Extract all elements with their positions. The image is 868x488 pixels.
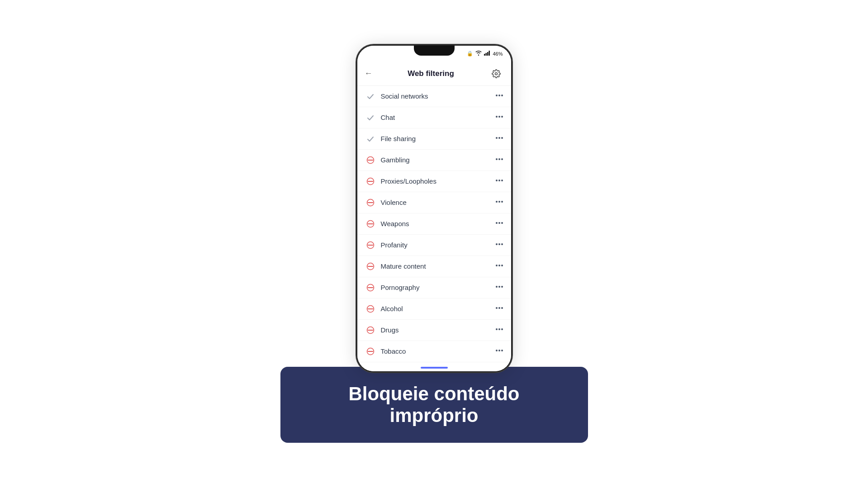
check-icon (365, 135, 376, 142)
more-dots-alcohol[interactable] (495, 304, 504, 313)
svg-point-4 (495, 72, 498, 75)
filter-item-chat[interactable]: Chat (357, 107, 511, 128)
filter-list: Social networks Chat File sharing Gambli… (357, 86, 511, 362)
filter-label-drugs: Drugs (381, 326, 495, 334)
scroll-indicator (357, 362, 511, 371)
block-icon (365, 262, 376, 270)
svg-point-12 (498, 137, 500, 139)
scroll-bar (421, 367, 448, 369)
more-dots-chat[interactable] (495, 113, 504, 122)
page-wrapper: 🔒 46% (0, 0, 868, 488)
svg-point-51 (496, 307, 498, 309)
app-header: ← Web filtering (357, 62, 511, 86)
filter-item-tobacco[interactable]: Tobacco (357, 341, 511, 362)
more-dots-drugs[interactable] (495, 326, 504, 335)
filter-item-drugs[interactable]: Drugs (357, 320, 511, 341)
filter-item-profanity[interactable]: Profanity (357, 235, 511, 256)
svg-point-17 (498, 158, 500, 160)
page-title: Web filtering (408, 69, 454, 78)
block-icon (365, 241, 376, 249)
svg-point-16 (496, 158, 498, 160)
svg-point-47 (498, 286, 500, 288)
block-icon (365, 347, 376, 355)
filter-item-mature-content[interactable]: Mature content (357, 256, 511, 277)
filter-item-gambling[interactable]: Gambling (357, 150, 511, 171)
battery-display: 46% (493, 51, 503, 57)
svg-point-11 (496, 137, 498, 139)
svg-point-61 (496, 350, 498, 351)
svg-point-26 (496, 201, 498, 203)
filter-item-weapons[interactable]: Weapons (357, 213, 511, 235)
phone-mockup: 🔒 46% (357, 46, 511, 371)
filter-label-file-sharing: File sharing (381, 135, 495, 142)
filter-item-violence[interactable]: Violence (357, 192, 511, 213)
block-icon (365, 177, 376, 185)
svg-point-52 (498, 307, 500, 309)
status-bar: 🔒 46% (357, 46, 511, 62)
svg-point-9 (498, 116, 500, 118)
more-dots-tobacco[interactable] (495, 347, 504, 356)
svg-point-48 (501, 286, 503, 288)
filter-label-weapons: Weapons (381, 220, 495, 227)
svg-point-63 (501, 350, 503, 351)
filter-item-social-networks[interactable]: Social networks (357, 86, 511, 107)
svg-point-62 (498, 350, 500, 351)
svg-point-5 (496, 95, 498, 96)
svg-point-18 (501, 158, 503, 160)
filter-label-alcohol: Alcohol (381, 305, 495, 313)
svg-point-10 (501, 116, 503, 118)
svg-point-33 (501, 222, 503, 224)
more-dots-violence[interactable] (495, 198, 504, 207)
more-dots-mature-content[interactable] (495, 262, 504, 271)
filter-label-violence: Violence (381, 199, 495, 206)
block-icon (365, 156, 376, 164)
notch (414, 46, 455, 56)
filter-item-pornography[interactable]: Pornography (357, 277, 511, 298)
svg-rect-3 (489, 51, 490, 56)
status-icons: 🔒 46% (467, 51, 503, 57)
filter-label-chat: Chat (381, 114, 495, 121)
filter-label-profanity: Profanity (381, 241, 495, 249)
svg-point-36 (496, 243, 498, 245)
filter-item-alcohol[interactable]: Alcohol (357, 298, 511, 320)
bottom-banner: Bloqueie conteúdo impróprio (280, 367, 588, 443)
svg-point-7 (501, 95, 503, 96)
svg-rect-1 (486, 53, 487, 56)
filter-item-file-sharing[interactable]: File sharing (357, 128, 511, 150)
block-icon (365, 305, 376, 313)
back-button[interactable]: ← (365, 69, 373, 78)
svg-point-28 (501, 201, 503, 203)
more-dots-proxies-loopholes[interactable] (495, 177, 504, 186)
more-dots-weapons[interactable] (495, 219, 504, 228)
svg-point-21 (496, 180, 498, 181)
svg-point-8 (496, 116, 498, 118)
more-dots-gambling[interactable] (495, 156, 504, 165)
check-icon (365, 114, 376, 121)
filter-label-proxies-loopholes: Proxies/Loopholes (381, 177, 495, 185)
svg-point-31 (496, 222, 498, 224)
svg-point-43 (501, 265, 503, 266)
svg-point-23 (501, 180, 503, 181)
svg-point-42 (498, 265, 500, 266)
settings-button[interactable] (489, 66, 503, 81)
more-dots-profanity[interactable] (495, 241, 504, 250)
filter-label-social-networks: Social networks (381, 92, 495, 100)
check-icon (365, 93, 376, 100)
wifi-icon (475, 51, 482, 57)
more-dots-pornography[interactable] (495, 283, 504, 292)
svg-rect-0 (484, 54, 485, 56)
block-icon (365, 284, 376, 292)
block-icon (365, 220, 376, 228)
filter-item-proxies-loopholes[interactable]: Proxies/Loopholes (357, 171, 511, 192)
svg-point-57 (498, 328, 500, 330)
more-dots-file-sharing[interactable] (495, 134, 504, 143)
svg-point-32 (498, 222, 500, 224)
more-dots-social-networks[interactable] (495, 92, 504, 101)
svg-point-56 (496, 328, 498, 330)
svg-point-58 (501, 328, 503, 330)
filter-label-pornography: Pornography (381, 284, 495, 291)
svg-point-46 (496, 286, 498, 288)
svg-point-22 (498, 180, 500, 181)
block-icon (365, 199, 376, 207)
svg-point-38 (501, 243, 503, 245)
